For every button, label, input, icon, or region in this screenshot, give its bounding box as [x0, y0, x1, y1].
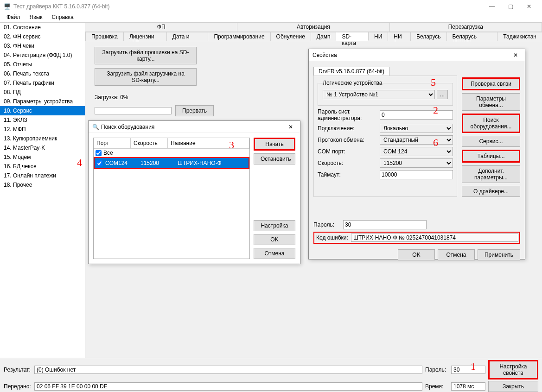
- connection-label: Подключение:: [318, 125, 378, 132]
- close-icon[interactable]: ✕: [520, 0, 538, 13]
- settings-button[interactable]: Настройка свойств: [488, 360, 538, 379]
- search-hw-button[interactable]: Поиск оборудования...: [462, 114, 520, 133]
- sub-tab-1[interactable]: Лицензии ККТ: [123, 32, 167, 41]
- col-name[interactable]: Название: [168, 138, 249, 148]
- checkbox-device[interactable]: [96, 160, 102, 166]
- props-apply-button[interactable]: Применить: [478, 249, 520, 260]
- sidebar-item-1[interactable]: 02. ФН сервис: [0, 32, 85, 41]
- sidebar-item-5[interactable]: 06. Печать текста: [0, 69, 85, 78]
- sidebar-item-6[interactable]: 07. Печать графики: [0, 78, 85, 88]
- setup-button[interactable]: Настройка: [254, 220, 295, 231]
- col-speed[interactable]: Скорость: [131, 138, 168, 148]
- sent-label: Передано:: [4, 383, 32, 390]
- sub-tab-6[interactable]: SD-карта: [336, 32, 369, 41]
- search-dialog-title: Поиск оборудования: [101, 124, 154, 130]
- row-device[interactable]: COM124 115200 ШТРИХ-НАНО-Ф: [94, 157, 249, 169]
- tables-button[interactable]: Таблицы...: [462, 150, 520, 163]
- app-icon: 🖥️: [4, 3, 11, 10]
- connection-select[interactable]: Локально: [380, 124, 453, 133]
- devices-legend: Логические устройства: [323, 80, 382, 86]
- result-field: (0) Ошибок нет: [34, 366, 422, 374]
- sub-tab-11[interactable]: Таджикистан: [497, 32, 542, 41]
- sub-tab-7[interactable]: НИ: [368, 32, 388, 41]
- annotation-5: 5: [431, 76, 436, 89]
- sidebar-item-9[interactable]: 10. Сервис: [0, 106, 85, 115]
- top-tab-1[interactable]: Авторизация: [237, 23, 389, 32]
- maximize-icon[interactable]: ▢: [501, 0, 520, 13]
- status-pwd-field[interactable]: 30: [451, 366, 485, 374]
- about-driver-button[interactable]: О драйвере...: [462, 186, 520, 197]
- sidebar-item-4[interactable]: 05. Отчеты: [0, 60, 85, 69]
- device-select[interactable]: № 1 Устройство №1: [323, 90, 435, 99]
- sub-tab-0[interactable]: Прошивка: [85, 32, 124, 41]
- sidebar-item-3[interactable]: 04. Регистрация (ФФД 1.0): [0, 51, 85, 60]
- admin-pwd-input[interactable]: [380, 110, 453, 120]
- error-label: Код ошибки:: [314, 234, 350, 242]
- row-all[interactable]: Все: [94, 149, 249, 157]
- load-firmware-button[interactable]: Загрузить файл прошивки на SD-карту...: [95, 47, 197, 64]
- sidebar-item-7[interactable]: 08. ПД: [0, 88, 85, 97]
- minimize-icon[interactable]: —: [483, 0, 501, 13]
- load-bootloader-button[interactable]: Загрузить файл загрузчика на SD-карту...: [95, 68, 197, 86]
- start-button[interactable]: Начать: [254, 138, 295, 151]
- timeout-input[interactable]: [380, 170, 453, 179]
- abort-button[interactable]: Прервать: [175, 105, 214, 116]
- search-cancel-button[interactable]: Отмена: [254, 248, 295, 259]
- props-password-input[interactable]: [343, 220, 427, 229]
- version-tab[interactable]: DrvFR v5.16.0.877 (64-bit): [313, 67, 389, 76]
- speed-select[interactable]: 115200: [380, 158, 453, 168]
- protocol-select[interactable]: Стандартный: [380, 135, 453, 145]
- menu-help[interactable]: Справка: [48, 13, 77, 22]
- check-connection-button[interactable]: Проверка связи: [462, 77, 520, 90]
- extra-params-button[interactable]: Дополнит. параметры...: [462, 165, 520, 183]
- service-button[interactable]: Сервис...: [462, 136, 520, 147]
- cell-name: ШТРИХ-НАНО-Ф: [177, 159, 247, 167]
- sub-tab-8[interactable]: НИ 2: [388, 32, 411, 41]
- status-pwd-label: Пароль:: [425, 367, 448, 373]
- annotation-4: 4: [77, 157, 82, 169]
- menubar: Файл Язык Справка: [0, 13, 542, 22]
- sidebar-item-11[interactable]: 12. МФП: [0, 125, 85, 134]
- top-tab-0[interactable]: ФП: [85, 23, 237, 32]
- sub-tab-5[interactable]: Дамп: [311, 32, 337, 41]
- sub-tab-10[interactable]: Беларусь (СКНО): [446, 32, 498, 41]
- col-port[interactable]: Порт: [94, 138, 131, 148]
- props-cancel-button[interactable]: Отмена: [438, 249, 475, 260]
- sub-tab-2[interactable]: Дата и время: [166, 32, 209, 41]
- search-ok-button[interactable]: OK: [254, 234, 295, 245]
- sub-tab-9[interactable]: Беларусь: [410, 32, 446, 41]
- device-more-button[interactable]: ...: [437, 90, 448, 99]
- checkbox-all[interactable]: [96, 150, 102, 156]
- stop-button[interactable]: Остановить: [254, 153, 295, 164]
- sidebar-item-12[interactable]: 13. Купюроприемник: [0, 134, 85, 143]
- props-close-icon[interactable]: ✕: [510, 52, 521, 58]
- sidebar-item-14[interactable]: 15. Модем: [0, 152, 85, 162]
- search-close-icon[interactable]: ✕: [285, 124, 296, 130]
- cell-speed: 115200: [140, 159, 177, 167]
- sidebar-item-10[interactable]: 11. ЭКЛЗ: [0, 115, 85, 125]
- sidebar-item-15[interactable]: 16. БД чеков: [0, 162, 85, 171]
- progress-bar: [95, 107, 172, 114]
- sub-tab-3[interactable]: Программирование: [208, 32, 270, 41]
- sidebar-item-8[interactable]: 09. Параметры устройства: [0, 97, 85, 106]
- close-button[interactable]: Закрыть: [488, 381, 538, 392]
- timeout-label: Таймаут:: [318, 171, 378, 178]
- sidebar-item-0[interactable]: 01. Состояние: [0, 23, 85, 32]
- time-field: 1078 мс: [451, 382, 485, 391]
- time-label: Время:: [425, 383, 448, 390]
- com-select[interactable]: COM 124: [380, 147, 453, 156]
- exchange-params-button[interactable]: Параметры обмена...: [462, 93, 520, 111]
- sidebar-item-16[interactable]: 17. Онлайн платежи: [0, 171, 85, 180]
- com-label: COM порт:: [318, 148, 378, 155]
- sidebar-item-13[interactable]: 14. MasterPay-K: [0, 143, 85, 152]
- menu-file[interactable]: Файл: [3, 13, 24, 22]
- sub-tab-4[interactable]: Обнуление: [270, 32, 311, 41]
- props-ok-button[interactable]: OK: [398, 249, 435, 260]
- search-icon: 🔍: [92, 124, 99, 130]
- top-tab-2[interactable]: Перезагрузка: [390, 23, 542, 32]
- error-value: ШТРИХ-НАНО-Ф № 0252470041031874: [351, 234, 518, 242]
- properties-dialog: Свойства ✕ DrvFR v5.16.0.877 (64-bit) Ло…: [308, 49, 525, 259]
- menu-language[interactable]: Язык: [26, 13, 46, 22]
- sidebar-item-17[interactable]: 18. Прочее: [0, 180, 85, 190]
- sidebar-item-2[interactable]: 03. ФН чеки: [0, 41, 85, 51]
